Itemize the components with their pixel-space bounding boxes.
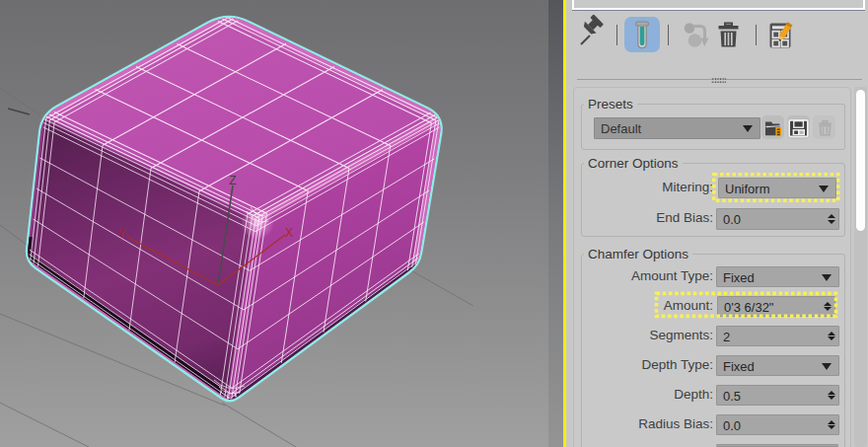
- svg-text:Y: Y: [118, 227, 126, 241]
- svg-text:X: X: [285, 226, 293, 240]
- svg-text:Z: Z: [229, 174, 236, 187]
